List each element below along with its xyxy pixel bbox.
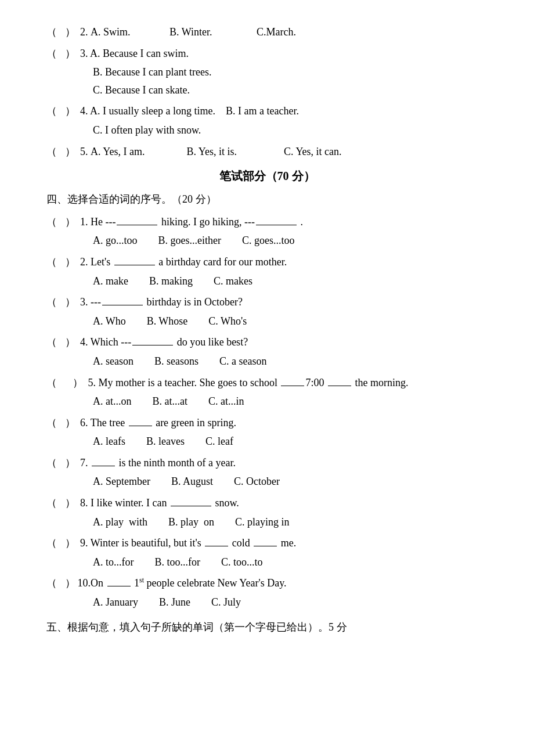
w9-line: （ ） 9. Winter is beautiful, but it's col… [46,534,488,552]
w9-block: （ ） 9. Winter is beautiful, but it's col… [46,534,488,571]
listening-section: （ ） 2. A. Swim. B. Winter. C.March. （ ） … [46,23,488,160]
w4-optC: C. a season [219,352,266,370]
w6-optB: B. leaves [146,433,185,451]
w6-opts: A. leafs B. leaves C. leaf [46,433,488,451]
q5-optA: A. Yes, I am. [91,143,145,161]
w2-block: （ ） 2. Let's a birthday card for our mot… [46,253,488,290]
w9-optB: B. too...for [155,553,201,571]
w5-text: 5. My mother is a teacher. She goes to s… [85,374,488,392]
w9-optA: A. to...for [93,553,134,571]
w7-block: （ ） 7. is the ninth month of a year. A. … [46,454,488,491]
q3-optB: B. Because I can plant trees. [93,63,488,81]
w6-optA: A. leafs [93,433,125,451]
w3-line: （ ） 3. --- birthday is in October? [46,293,488,311]
w5-optC: C. at...in [208,393,244,411]
q5-block: （ ） 5. A. Yes, I am. B. Yes, it is. C. Y… [46,143,488,161]
q3-block: （ ） 3. A. Because I can swim. B. Because… [46,45,488,99]
w6-optC: C. leaf [205,433,233,451]
w5-block: （ ） 5. My mother is a teacher. She goes … [46,374,488,411]
w1-line: （ ） 1. He --- hiking. I go hiking, --- . [46,213,488,231]
w8-block: （ ） 8. I like winter. I can snow. A. pla… [46,494,488,531]
q2-optB: B. Winter. [151,23,212,41]
written-section-title: 笔试部分（70 分） [46,166,488,186]
q2-optC: C.March. [233,23,295,41]
q4-line: （ ） 4. A. I usually sleep a long time. B… [46,102,488,120]
w3-paren: （ ） [46,293,75,311]
w8-paren: （ ） [46,494,75,512]
w9-text: 9. Winter is beautiful, but it's cold me… [78,534,297,552]
w1-text: 1. He --- hiking. I go hiking, --- . [78,213,303,231]
w2-optC: C. makes [214,272,252,290]
w7-optA: A. September [93,473,150,491]
w8-text: 8. I like winter. I can snow. [78,494,239,512]
w8-line: （ ） 8. I like winter. I can snow. [46,494,488,512]
w10-paren: （ ） [46,574,75,592]
w10-optB: B. June [159,593,190,611]
w4-opts: A. season B. seasons C. a season [46,352,488,370]
w4-text: 4. Which --- do you like best? [78,333,248,351]
q5-optC: C. Yes, it can. [258,143,342,161]
w6-line: （ ） 6. The tree are green in spring. [46,414,488,432]
w1-optC: C. goes...too [242,232,295,250]
w2-paren: （ ） [46,253,75,271]
w2-optB: B. making [149,272,193,290]
w10-optA: A. January [93,593,138,611]
w7-optC: C. October [234,473,280,491]
w9-paren: （ ） [46,534,75,552]
q2-paren: （ ） [46,23,75,41]
q5-paren: （ ） [46,143,75,161]
section5-header: 五、根据句意，填入句子所缺的单词（第一个字母已给出）。5 分 [46,618,488,636]
q5-optB: B. Yes, it is. [166,143,237,161]
q5-line: （ ） 5. A. Yes, I am. B. Yes, it is. C. Y… [46,143,488,161]
q2-line: （ ） 2. A. Swim. B. Winter. C.March. [46,23,488,41]
q4-optC: C. I often play with snow. [93,121,488,139]
w10-optC: C. July [211,593,241,611]
q4-paren: （ ） [46,102,75,120]
w1-optB: B. goes...either [158,232,221,250]
w5-paren: （ ） [46,374,83,392]
q2-block: （ ） 2. A. Swim. B. Winter. C.March. [46,23,488,41]
w7-opts: A. September B. August C. October [46,473,488,491]
w3-text: 3. --- birthday is in October? [78,293,243,311]
q4-opts: C. I often play with snow. [46,121,488,139]
w6-text: 6. The tree are green in spring. [78,414,237,432]
w10-opts: A. January B. June C. July [46,593,488,611]
q2-optA: A. Swim. [91,23,131,41]
w1-optA: A. go...too [93,232,138,250]
w3-optB: B. Whose [147,312,188,330]
w3-optC: C. Who's [208,312,247,330]
w3-opts: A. Who B. Whose C. Who's [46,312,488,330]
q3-paren: （ ） [46,45,75,63]
w2-text: 2. Let's a birthday card for our mother. [78,253,287,271]
w4-block: （ ） 4. Which --- do you like best? A. se… [46,333,488,370]
w10-text: 10.On 1st people celebrate New Year's Da… [78,574,287,592]
w8-optA: A. play with [93,513,147,531]
q3-line: （ ） 3. A. Because I can swim. [46,45,488,63]
w8-optC: C. playing in [235,513,290,531]
w4-paren: （ ） [46,333,75,351]
w8-opts: A. play with B. play on C. playing in [46,513,488,531]
w1-opts: A. go...too B. goes...either C. goes...t… [46,232,488,250]
w4-optA: A. season [93,352,134,370]
written-section: （ ） 1. He --- hiking. I go hiking, --- .… [46,213,488,611]
w3-block: （ ） 3. --- birthday is in October? A. Wh… [46,293,488,330]
w5-opts: A. at...on B. at...at C. at...in [46,393,488,411]
w1-paren: （ ） [46,213,75,231]
q5-text: 5. [78,143,91,161]
w5-optA: A. at...on [93,393,132,411]
w9-opts: A. to...for B. too...for C. too...to [46,553,488,571]
w3-optA: A. Who [93,312,126,330]
w7-optB: B. August [171,473,213,491]
w7-paren: （ ） [46,454,75,472]
w4-optB: B. seasons [154,352,199,370]
w2-line: （ ） 2. Let's a birthday card for our mot… [46,253,488,271]
w8-optB: B. play on [168,513,214,531]
w5-line: （ ） 5. My mother is a teacher. She goes … [46,374,488,392]
q3-opts: B. Because I can plant trees. C. Because… [46,63,488,99]
q3-optC: C. Because I can skate. [93,81,488,99]
section4-header: 四、选择合适的词的序号。（20 分） [46,190,488,208]
w10-line: （ ） 10.On 1st people celebrate New Year'… [46,574,488,592]
q4-block: （ ） 4. A. I usually sleep a long time. B… [46,102,488,139]
w6-block: （ ） 6. The tree are green in spring. A. … [46,414,488,451]
w2-opts: A. make B. making C. makes [46,272,488,290]
